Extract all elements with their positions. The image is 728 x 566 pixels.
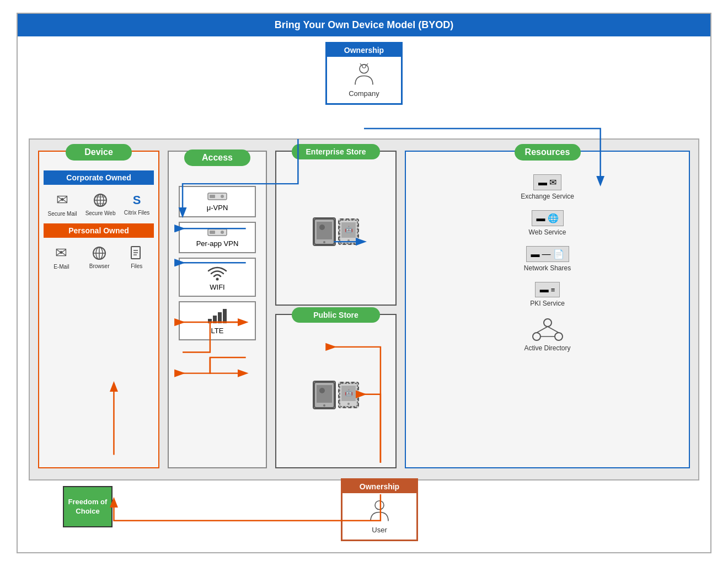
access-header: Access (184, 149, 250, 166)
access-wifi: WIFI (179, 258, 256, 297)
enterprise-android-icon: 🤖 (338, 218, 359, 245)
svg-line-3 (366, 63, 368, 65)
svg-point-1 (362, 65, 366, 68)
public-store-icons: 🤖 (299, 323, 373, 468)
app-browser: Browser (89, 245, 110, 269)
resource-ad: Active Directory (414, 317, 681, 352)
svg-text:🤖: 🤖 (345, 225, 353, 233)
svg-point-46 (533, 333, 540, 340)
device-header: Device (66, 144, 132, 161)
resources-section: Resources ▬✉ Exchange Service ▬🌐 Web Ser… (405, 151, 690, 468)
svg-rect-19 (210, 195, 215, 198)
enterprise-store-box: Enterprise Store (275, 151, 397, 306)
company-label: Company (349, 89, 379, 98)
public-store-box: Public Store (275, 314, 397, 469)
title-bar: Bring Your Own Device Model (BYOD) (18, 14, 710, 36)
public-devices: 🤖 (304, 372, 367, 418)
svg-rect-26 (213, 316, 217, 323)
files-icon (130, 245, 144, 261)
secure-mail-label: Secure Mail (48, 211, 77, 217)
app-citrix-files: S Citrix Files (124, 193, 150, 216)
citrix-files-label: Citrix Files (124, 210, 150, 216)
svg-point-20 (221, 195, 224, 198)
lte-label: LTE (211, 327, 224, 335)
pki-icon: ▬≡ (535, 282, 560, 297)
resources-header: Resources (515, 144, 581, 161)
web-label: Web Service (529, 228, 566, 236)
company-person-icon (353, 62, 375, 87)
secure-web-label: Secure Web (85, 210, 116, 216)
access-uvpn: μ-VPN (179, 186, 256, 217)
access-perapp-vpn: Per-app VPN (179, 222, 256, 253)
svg-rect-22 (210, 231, 215, 234)
public-android-icon: 🤖 (338, 382, 359, 408)
svg-point-47 (555, 333, 563, 340)
enterprise-store-header: Enterprise Store (292, 144, 380, 159)
ownership-company-box: Ownership Company (325, 42, 403, 105)
access-section: Access μ-VPN Per-app V (168, 151, 267, 468)
svg-point-0 (360, 65, 368, 73)
svg-point-51 (375, 501, 384, 510)
freedom-choice-box: Freedom of Choice (63, 486, 113, 527)
resources-list: ▬✉ Exchange Service ▬🌐 Web Service ▬—📄 (406, 166, 689, 360)
perapp-vpn-icon (207, 227, 227, 237)
email-label: E-Mail (53, 264, 69, 270)
exchange-label: Exchange Service (521, 193, 574, 200)
svg-point-31 (323, 241, 325, 243)
svg-rect-38 (317, 385, 332, 403)
personal-apps-row: ✉ E-Mail Browser (39, 238, 158, 276)
perapp-vpn-label: Per-app VPN (196, 239, 239, 248)
web-icon: ▬🌐 (532, 210, 564, 226)
app-secure-mail: ✉ Secure Mail (48, 191, 77, 217)
app-files: Files (130, 245, 144, 269)
ownership-company-title: Ownership (327, 44, 401, 57)
public-tablet-icon (313, 381, 336, 409)
main-area: Ownership Company Device Corporate Owned (18, 36, 710, 552)
wifi-icon (206, 263, 228, 281)
resource-network: ▬—📄 Network Shares (414, 246, 681, 272)
svg-rect-28 (223, 309, 227, 323)
svg-line-49 (548, 327, 559, 333)
svg-point-23 (221, 231, 224, 234)
citrix-files-icon: S (133, 193, 141, 207)
wifi-label: WIFI (210, 283, 224, 291)
svg-rect-27 (218, 312, 222, 323)
device-section: Device Corporate Owned ✉ Secure Mail (38, 151, 159, 468)
svg-rect-30 (317, 222, 332, 239)
access-lte: LTE (179, 301, 256, 340)
app-secure-web: Secure Web (85, 193, 116, 216)
secure-mail-icon: ✉ (56, 191, 68, 209)
enterprise-devices: 🤖 (304, 209, 367, 254)
svg-point-45 (544, 319, 552, 327)
public-store-header: Public Store (292, 307, 380, 323)
app-email: ✉ E-Mail (53, 244, 69, 270)
svg-point-24 (216, 278, 219, 281)
svg-point-40 (319, 388, 325, 393)
browser-icon (92, 245, 107, 261)
main-container: Device Corporate Owned ✉ Secure Mail (29, 138, 699, 480)
svg-rect-25 (208, 319, 212, 323)
svg-line-48 (537, 327, 548, 333)
uvpn-icon (207, 191, 227, 201)
uvpn-label: μ-VPN (207, 204, 228, 212)
browser-label: Browser (89, 263, 110, 269)
lte-icon (206, 307, 228, 324)
corporate-owned-label: Corporate Owned (44, 170, 154, 185)
diagram-wrapper: Bring Your Own Device Model (BYOD) Owner… (17, 13, 711, 553)
files-label: Files (131, 263, 142, 269)
resource-pki: ▬≡ PKI Service (414, 282, 681, 307)
svg-text:🤖: 🤖 (345, 388, 353, 397)
ownership-user-box: Ownership User (341, 478, 418, 541)
corporate-apps-row: ✉ Secure Mail Secure Web (39, 185, 158, 223)
user-label: User (372, 526, 387, 534)
enterprise-store-icons: 🤖 (299, 159, 373, 305)
svg-point-35 (347, 239, 350, 242)
enterprise-tablet-icon (313, 217, 336, 246)
network-label: Network Shares (524, 264, 571, 272)
stores-section: Enterprise Store (275, 151, 397, 468)
user-person-icon (368, 499, 390, 524)
email-icon: ✉ (55, 244, 67, 261)
active-directory-icon (531, 317, 564, 342)
svg-point-39 (323, 404, 325, 407)
resource-exchange: ▬✉ Exchange Service (414, 174, 681, 200)
